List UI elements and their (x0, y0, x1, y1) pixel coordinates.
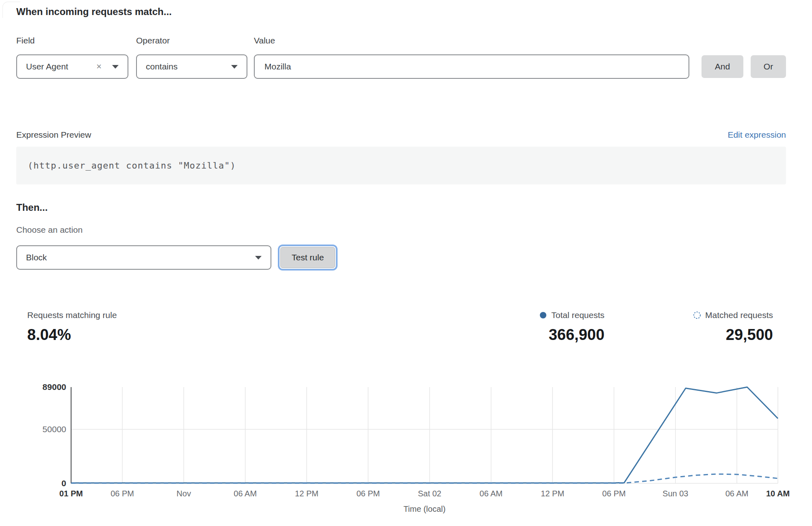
action-select[interactable]: Block (16, 245, 271, 270)
operator-select[interactable]: contains (136, 54, 247, 79)
total-requests-legend-dot-icon (539, 311, 547, 319)
svg-text:01 PM: 01 PM (59, 489, 83, 498)
value-label: Value (254, 36, 689, 45)
and-button[interactable]: And (702, 55, 743, 78)
svg-text:06 PM: 06 PM (110, 489, 134, 498)
expression-preview-label: Expression Preview (16, 130, 91, 140)
svg-text:Time (local): Time (local) (403, 504, 446, 513)
clear-field-icon[interactable]: × (96, 62, 102, 71)
section-title-then: Then... (16, 202, 786, 213)
svg-text:10 AM: 10 AM (766, 489, 790, 498)
action-select-value: Block (26, 253, 47, 262)
field-select-value: User Agent (26, 62, 68, 71)
field-select[interactable]: User Agent × (16, 54, 128, 79)
expression-code: (http.user_agent contains "Mozilla") (28, 160, 236, 171)
matching-rate-value: 8.04% (27, 326, 539, 344)
operator-group: Operator contains (136, 36, 247, 79)
chevron-down-icon (231, 65, 238, 69)
chevron-down-icon (112, 65, 119, 69)
value-input[interactable] (254, 54, 689, 79)
matched-requests-label: Matched requests (705, 310, 773, 320)
operator-select-value: contains (146, 62, 178, 71)
or-button[interactable]: Or (751, 55, 786, 78)
svg-text:Sun 03: Sun 03 (663, 489, 688, 498)
value-group: Value (254, 36, 689, 79)
expression-preview-header: Expression Preview Edit expression (16, 130, 786, 140)
total-requests-label: Total requests (551, 310, 604, 320)
svg-text:06 PM: 06 PM (602, 489, 626, 498)
matching-rate-stat: Requests matching rule 8.04% (27, 310, 539, 344)
section-title-when: When incoming requests match... (16, 6, 786, 17)
svg-text:06 PM: 06 PM (356, 489, 380, 498)
total-requests-value: 366,900 (539, 326, 604, 344)
svg-text:12 PM: 12 PM (295, 489, 318, 498)
svg-text:Sat 02: Sat 02 (418, 489, 442, 498)
expression-code-box: (http.user_agent contains "Mozilla") (16, 147, 786, 184)
total-requests-stat: Total requests 366,900 (539, 310, 604, 344)
rule-stats-row: Requests matching rule 8.04% Total reque… (16, 310, 786, 344)
edit-expression-link[interactable]: Edit expression (728, 130, 786, 140)
matched-requests-value: 29,500 (693, 326, 773, 344)
test-rule-button[interactable]: Test rule (280, 247, 335, 268)
requests-time-series-chart: 8900050000001 PM06 PMNov06 AM12 PM06 PMS… (16, 381, 786, 524)
operator-label: Operator (136, 36, 247, 45)
requests-chart-svg: 8900050000001 PM06 PMNov06 AM12 PM06 PMS… (27, 381, 797, 522)
matched-requests-stat: Matched requests 29,500 (693, 310, 773, 344)
svg-text:0: 0 (61, 478, 66, 488)
matched-requests-legend-dashed-circle-icon (693, 311, 701, 319)
field-label: Field (16, 36, 128, 45)
svg-text:06 AM: 06 AM (480, 489, 503, 498)
field-group: Field User Agent × (16, 36, 128, 79)
action-row: Block Test rule (16, 245, 786, 270)
svg-text:50000: 50000 (43, 424, 66, 434)
svg-text:12 PM: 12 PM (541, 489, 564, 498)
svg-text:06 AM: 06 AM (725, 489, 749, 498)
matching-rate-label: Requests matching rule (27, 310, 539, 320)
firewall-rule-editor: When incoming requests match... Field Us… (0, 0, 812, 524)
svg-text:06 AM: 06 AM (234, 489, 257, 498)
rule-builder-row: Field User Agent × Operator contains Val… (16, 36, 786, 79)
chevron-down-icon (255, 256, 262, 260)
svg-text:89000: 89000 (43, 382, 66, 392)
svg-text:Nov: Nov (177, 489, 191, 498)
choose-action-label: Choose an action (16, 225, 786, 235)
